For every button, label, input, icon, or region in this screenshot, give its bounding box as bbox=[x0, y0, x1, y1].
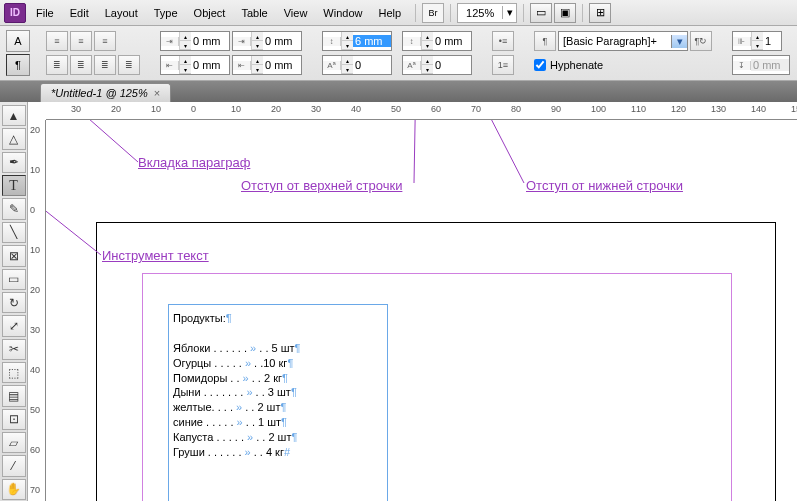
columns-section: ⊪▴▾ ↧ bbox=[728, 30, 794, 76]
page: Продукты:¶Яблоки . . . . . . » . . 5 шт¶… bbox=[96, 222, 776, 501]
paragraph-tab[interactable]: ¶ bbox=[6, 54, 30, 76]
justify-all-button[interactable]: ≣ bbox=[118, 55, 140, 75]
drop-chars-icon: Aª bbox=[403, 61, 421, 70]
right-indent-field[interactable]: ⇤▴▾ bbox=[160, 55, 230, 75]
vertical-ruler: 2010010203040506070 bbox=[28, 120, 46, 501]
screen-mode-button[interactable]: ▣ bbox=[554, 3, 576, 23]
scale-tool[interactable]: ⤢ bbox=[2, 315, 26, 336]
svg-line-1 bbox=[414, 120, 416, 183]
character-tab[interactable]: A bbox=[6, 30, 30, 52]
space-before-field[interactable]: ↕▴▾ bbox=[322, 31, 392, 51]
menubar: ID FileEditLayoutTypeObjectTableViewWind… bbox=[0, 0, 797, 26]
separator bbox=[582, 4, 583, 22]
note-tool[interactable]: ▱ bbox=[2, 432, 26, 453]
rectangle-tool[interactable]: ▭ bbox=[2, 269, 26, 290]
chevron-down-icon[interactable]: ▾ bbox=[502, 6, 516, 19]
selection-tool[interactable]: ▲ bbox=[2, 105, 26, 126]
document-tab[interactable]: *Untitled-1 @ 125% × bbox=[40, 83, 171, 102]
hand-tool[interactable]: ✋ bbox=[2, 479, 26, 500]
callout-paragraph-tab: Вкладка параграф bbox=[138, 155, 250, 170]
button-tool[interactable]: ⊡ bbox=[2, 409, 26, 430]
close-tab-icon[interactable]: × bbox=[154, 87, 160, 99]
align-center-button[interactable]: ≡ bbox=[70, 31, 92, 51]
menu-file[interactable]: File bbox=[28, 3, 62, 23]
last-line-indent-field[interactable]: ⇤▴▾ bbox=[232, 55, 302, 75]
svg-line-0 bbox=[47, 120, 138, 162]
drop-cap-lines-field[interactable]: Aª▴▾ bbox=[322, 55, 392, 75]
menu-edit[interactable]: Edit bbox=[62, 3, 97, 23]
callout-top-indent: Отступ от верхней строчки bbox=[241, 178, 402, 193]
baseline-icon: ↧ bbox=[733, 61, 751, 70]
canvas-area: 3020100102030405060708090100110120130140… bbox=[28, 102, 797, 501]
left-indent-field[interactable]: ⇥▴▾ bbox=[160, 31, 230, 51]
menu-view[interactable]: View bbox=[276, 3, 316, 23]
chevron-down-icon[interactable]: ▾ bbox=[671, 35, 687, 48]
right-indent-icon: ⇤ bbox=[161, 61, 179, 70]
separator bbox=[415, 4, 416, 22]
alignment-section: ≡ ≡ ≡ ≣ ≣ ≣ ≣ bbox=[42, 30, 144, 76]
text-content[interactable]: Продукты:¶Яблоки . . . . . . » . . 5 шт¶… bbox=[169, 305, 387, 466]
menu-help[interactable]: Help bbox=[370, 3, 409, 23]
callout-bottom-indent: Отступ от нижней строчки bbox=[526, 178, 683, 193]
bullet-list-button[interactable]: •≡ bbox=[492, 31, 514, 51]
zoom-value: 125% bbox=[458, 7, 502, 19]
columns-icon: ⊪ bbox=[733, 37, 751, 46]
view-mode-button[interactable]: ▭ bbox=[530, 3, 552, 23]
margin-guide: Продукты:¶Яблоки . . . . . . » . . 5 шт¶… bbox=[142, 273, 732, 501]
free-transform-tool[interactable]: ⬚ bbox=[2, 362, 26, 383]
canvas[interactable]: Продукты:¶Яблоки . . . . . . » . . 5 шт¶… bbox=[46, 120, 797, 501]
align-left-button[interactable]: ≡ bbox=[46, 31, 68, 51]
callout-text-tool: Инструмент текст bbox=[102, 248, 209, 263]
first-line-icon: ⇥ bbox=[233, 37, 251, 46]
drop-cap-chars-field[interactable]: Aª▴▾ bbox=[402, 55, 472, 75]
menu-object[interactable]: Object bbox=[186, 3, 234, 23]
gradient-tool[interactable]: ▤ bbox=[2, 385, 26, 406]
paragraph-style-dropdown[interactable]: [Basic Paragraph]+ ▾ bbox=[558, 31, 688, 51]
clear-override-button[interactable]: ¶↻ bbox=[690, 31, 712, 51]
space-after-icon: ↕ bbox=[403, 37, 421, 46]
hyphenate-checkbox[interactable]: Hyphenate bbox=[534, 59, 603, 71]
menu-table[interactable]: Table bbox=[233, 3, 275, 23]
svg-line-2 bbox=[466, 120, 524, 183]
number-list-button[interactable]: 1≡ bbox=[492, 55, 514, 75]
indent-section: ⇥▴▾ ⇥▴▾ ⇤▴▾ ⇤▴▾ bbox=[156, 30, 306, 76]
line-tool[interactable]: ╲ bbox=[2, 222, 26, 243]
rotate-tool[interactable]: ↻ bbox=[2, 292, 26, 313]
justify-left-button[interactable]: ≣ bbox=[46, 55, 68, 75]
list-section: •≡ 1≡ bbox=[488, 30, 518, 76]
menu-layout[interactable]: Layout bbox=[97, 3, 146, 23]
control-panel: A ¶ ≡ ≡ ≡ ≣ ≣ ≣ ≣ ⇥▴▾ ⇥▴▾ ⇤▴▾ ⇤▴▾ ↕▴▾ bbox=[0, 26, 797, 81]
space-before-icon: ↕ bbox=[323, 37, 341, 46]
toolbox: ▲ △ ✒ T ✎ ╲ ⊠ ▭ ↻ ⤢ ✂ ⬚ ▤ ⊡ ▱ ⁄ ✋ bbox=[0, 102, 28, 501]
eyedropper-tool[interactable]: ⁄ bbox=[2, 455, 26, 476]
scissors-tool[interactable]: ✂ bbox=[2, 339, 26, 360]
baseline-field[interactable]: ↧ bbox=[732, 55, 790, 75]
paragraph-style-section: ¶ [Basic Paragraph]+ ▾ ¶↻ Hyphenate bbox=[530, 30, 716, 76]
zoom-dropdown[interactable]: 125% ▾ bbox=[457, 3, 517, 23]
separator bbox=[450, 4, 451, 22]
drop-cap-icon: Aª bbox=[323, 61, 341, 70]
columns-field[interactable]: ⊪▴▾ bbox=[732, 31, 782, 51]
rectangle-frame-tool[interactable]: ⊠ bbox=[2, 245, 26, 266]
justify-center-button[interactable]: ≣ bbox=[70, 55, 92, 75]
pencil-tool[interactable]: ✎ bbox=[2, 198, 26, 219]
space-after-field[interactable]: ↕▴▾ bbox=[402, 31, 472, 51]
app-icon: ID bbox=[4, 3, 26, 23]
para-style-icon: ¶ bbox=[534, 31, 556, 51]
bridge-button[interactable]: Br bbox=[422, 3, 444, 23]
left-indent-icon: ⇥ bbox=[161, 37, 179, 46]
spacing-section-2: ↕▴▾ Aª▴▾ bbox=[398, 30, 476, 76]
type-tool[interactable]: T bbox=[2, 175, 26, 196]
spacing-section: ↕▴▾ Aª▴▾ bbox=[318, 30, 396, 76]
text-frame[interactable]: Продукты:¶Яблоки . . . . . . » . . 5 шт¶… bbox=[168, 304, 388, 501]
direct-selection-tool[interactable]: △ bbox=[2, 128, 26, 149]
menu-window[interactable]: Window bbox=[315, 3, 370, 23]
svg-line-3 bbox=[46, 208, 101, 255]
arrange-button[interactable]: ⊞ bbox=[589, 3, 611, 23]
first-line-indent-field[interactable]: ⇥▴▾ bbox=[232, 31, 302, 51]
pen-tool[interactable]: ✒ bbox=[2, 152, 26, 173]
justify-right-button[interactable]: ≣ bbox=[94, 55, 116, 75]
align-right-button[interactable]: ≡ bbox=[94, 31, 116, 51]
menu-type[interactable]: Type bbox=[146, 3, 186, 23]
document-tabs: *Untitled-1 @ 125% × bbox=[0, 81, 797, 102]
